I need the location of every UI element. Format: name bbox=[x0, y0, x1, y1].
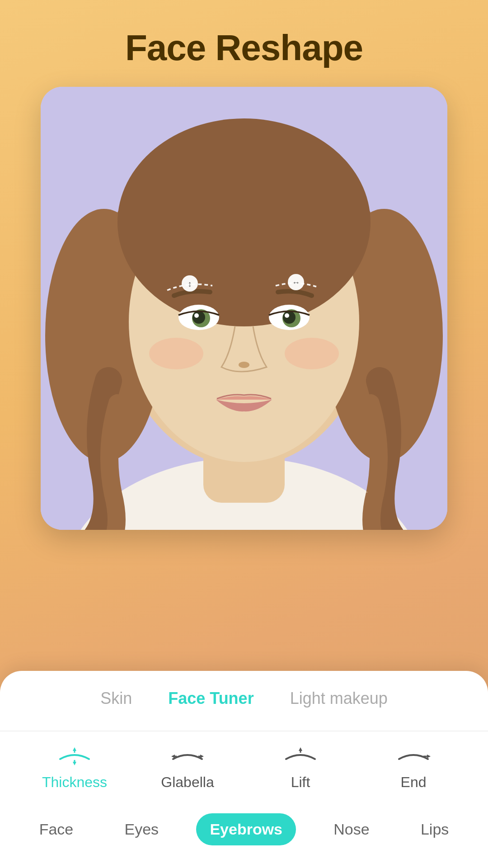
category-face[interactable]: Face bbox=[26, 813, 87, 845]
svg-marker-32 bbox=[200, 755, 204, 758]
category-eyes[interactable]: Eyes bbox=[111, 813, 173, 845]
category-lips[interactable]: Lips bbox=[407, 813, 462, 845]
page-title: Face Reshape bbox=[125, 27, 363, 69]
bottom-panel: Skin Face Tuner Light makeup Thickness bbox=[0, 671, 488, 868]
category-row: Face Eyes Eyebrows Nose Lips bbox=[0, 813, 488, 845]
svg-marker-26 bbox=[73, 747, 76, 751]
svg-text:↕: ↕ bbox=[188, 279, 192, 288]
feature-glabella[interactable]: Glabella bbox=[151, 745, 224, 791]
svg-marker-30 bbox=[171, 755, 175, 758]
svg-marker-28 bbox=[73, 762, 76, 765]
lift-icon bbox=[282, 745, 319, 768]
feature-end[interactable]: End bbox=[377, 745, 450, 791]
end-icon bbox=[395, 745, 432, 768]
svg-point-17 bbox=[285, 313, 289, 318]
feature-lift[interactable]: Lift bbox=[264, 745, 337, 791]
tab-face-tuner[interactable]: Face Tuner bbox=[168, 689, 253, 708]
svg-point-18 bbox=[239, 362, 249, 368]
end-label: End bbox=[401, 774, 427, 791]
category-nose[interactable]: Nose bbox=[320, 813, 383, 845]
feature-row: Thickness Glabella bbox=[0, 745, 488, 791]
thickness-label: Thickness bbox=[42, 774, 107, 791]
tab-light-makeup[interactable]: Light makeup bbox=[290, 689, 388, 708]
photo-card: ↕ ↔ bbox=[41, 87, 447, 530]
glabella-icon bbox=[169, 745, 206, 768]
svg-point-9 bbox=[117, 118, 371, 326]
svg-point-20 bbox=[285, 338, 339, 369]
glabella-label: Glabella bbox=[161, 774, 214, 791]
svg-text:↔: ↔ bbox=[292, 278, 300, 287]
lift-label: Lift bbox=[291, 774, 310, 791]
feature-thickness[interactable]: Thickness bbox=[38, 745, 111, 791]
tab-skin[interactable]: Skin bbox=[100, 689, 132, 708]
category-eyebrows[interactable]: Eyebrows bbox=[196, 813, 296, 845]
svg-marker-36 bbox=[427, 755, 431, 758]
thickness-icon bbox=[56, 745, 93, 768]
svg-point-19 bbox=[149, 338, 203, 369]
photo-background: ↕ ↔ bbox=[41, 87, 447, 530]
svg-marker-34 bbox=[299, 747, 302, 751]
svg-point-12 bbox=[192, 311, 205, 324]
svg-point-13 bbox=[194, 313, 199, 318]
tab-row: Skin Face Tuner Light makeup bbox=[0, 689, 488, 708]
divider bbox=[0, 731, 488, 731]
svg-point-16 bbox=[283, 311, 296, 324]
